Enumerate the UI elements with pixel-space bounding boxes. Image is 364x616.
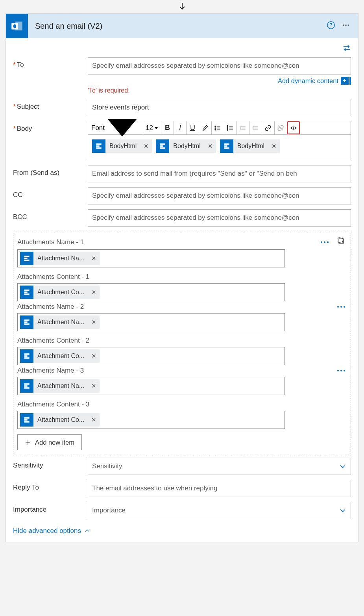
remove-token-icon[interactable]: ✕ xyxy=(88,319,100,326)
from-label: From (Send as) xyxy=(13,165,88,177)
flow-token-icon xyxy=(20,315,33,329)
flow-token-icon xyxy=(20,413,33,427)
sensitivity-select[interactable]: Sensitivity xyxy=(88,458,351,475)
bold-icon[interactable]: B xyxy=(161,121,174,134)
underline-icon[interactable]: U xyxy=(187,121,199,134)
svg-point-2 xyxy=(13,24,17,28)
bcc-input[interactable] xyxy=(88,209,351,226)
attachment-content-input[interactable]: Attachment Co...✕ xyxy=(17,347,285,365)
font-color-icon[interactable] xyxy=(199,121,212,134)
svg-rect-13 xyxy=(339,239,344,243)
attachment-name-input[interactable]: Attachment Na...✕ xyxy=(17,377,285,395)
numbered-list-icon[interactable]: 123 xyxy=(224,121,237,134)
code-view-icon[interactable] xyxy=(287,121,300,134)
token-text: Attachment Co... xyxy=(33,416,88,423)
swap-view-icon[interactable] xyxy=(342,45,351,53)
token-text: BodyHtml xyxy=(169,143,204,150)
token-text: Attachment Na... xyxy=(33,382,88,390)
remove-token-icon[interactable]: ✕ xyxy=(88,255,100,262)
attachment-name-header: Attachments Name - 3 xyxy=(17,365,347,376)
dynamic-token[interactable]: BodyHtml✕ xyxy=(220,139,280,153)
svg-point-4 xyxy=(343,24,344,26)
field-bcc: BCC xyxy=(13,209,351,226)
item-menu-icon[interactable] xyxy=(337,370,345,371)
attachment-name-header: Attachments Name - 1 xyxy=(17,236,347,249)
dynamic-token[interactable]: BodyHtml✕ xyxy=(156,139,216,153)
indent-icon[interactable] xyxy=(249,121,262,134)
reply-to-input[interactable] xyxy=(88,480,351,497)
attachment-content-header: Attachments Content - 2 xyxy=(17,335,347,346)
flow-token-icon xyxy=(220,139,233,153)
item-menu-icon[interactable] xyxy=(337,306,345,308)
reply-to-label: Reply To xyxy=(13,480,88,492)
importance-select[interactable]: Importance xyxy=(88,502,351,519)
item-menu-icon[interactable] xyxy=(321,241,329,243)
to-label: *To xyxy=(13,57,88,69)
subject-label: *Subject xyxy=(13,99,88,111)
body-editor: Font 12 B I U 123 xyxy=(88,121,351,160)
dynamic-token[interactable]: Attachment Co...✕ xyxy=(20,413,100,427)
remove-token-icon[interactable]: ✕ xyxy=(205,143,216,150)
field-to: *To Add dynamic content + 'To' is requir… xyxy=(13,57,351,94)
add-new-item-button[interactable]: Add new item xyxy=(17,434,82,450)
dynamic-token[interactable]: Attachment Co...✕ xyxy=(20,349,100,363)
field-importance: Importance Importance xyxy=(13,502,351,519)
hide-advanced-options[interactable]: Hide advanced options xyxy=(13,527,91,535)
help-icon[interactable] xyxy=(327,21,335,31)
dynamic-token[interactable]: BodyHtml✕ xyxy=(92,139,152,153)
attachment-name-header: Attachments Name - 2 xyxy=(17,301,347,312)
outdent-icon[interactable] xyxy=(237,121,249,134)
switch-array-icon[interactable] xyxy=(337,237,345,247)
attachment-content-header: Attachments Content - 1 xyxy=(17,271,347,282)
flow-token-icon xyxy=(20,252,33,265)
flow-token-icon xyxy=(20,379,33,393)
flow-token-icon xyxy=(20,286,33,299)
bullet-list-icon[interactable] xyxy=(212,121,224,134)
attachment-content-header: Attachments Content - 3 xyxy=(17,399,347,410)
dynamic-token[interactable]: Attachment Na...✕ xyxy=(20,379,100,393)
action-header[interactable]: Send an email (V2) xyxy=(6,14,358,38)
flow-arrow-connector xyxy=(0,0,364,13)
svg-rect-14 xyxy=(338,238,343,243)
to-input[interactable] xyxy=(88,57,351,74)
attachment-name-input[interactable]: Attachment Na...✕ xyxy=(17,249,285,267)
dynamic-token[interactable]: Attachment Na...✕ xyxy=(20,315,100,329)
token-text: Attachment Co... xyxy=(33,353,88,360)
svg-point-8 xyxy=(215,127,216,128)
remove-token-icon[interactable]: ✕ xyxy=(88,416,100,423)
attachment-content-input[interactable]: Attachment Co...✕ xyxy=(17,283,285,301)
action-title: Send an email (V2) xyxy=(28,22,327,31)
remove-token-icon[interactable]: ✕ xyxy=(88,353,100,360)
unlink-icon[interactable] xyxy=(275,121,287,134)
font-size-picker[interactable]: 12 xyxy=(143,121,161,134)
token-text: Attachment Na... xyxy=(33,255,88,262)
svg-text:3: 3 xyxy=(227,129,228,131)
cc-label: CC xyxy=(13,187,88,199)
font-picker[interactable]: Font xyxy=(88,121,143,134)
remove-token-icon[interactable]: ✕ xyxy=(88,289,100,296)
field-sensitivity: Sensitivity Sensitivity xyxy=(13,458,351,475)
attachment-content-input[interactable]: Attachment Co...✕ xyxy=(17,411,285,429)
bcc-label: BCC xyxy=(13,209,88,221)
attachment-name-input[interactable]: Attachment Na...✕ xyxy=(17,313,285,331)
more-icon[interactable] xyxy=(341,21,351,31)
add-dynamic-content-link[interactable]: Add dynamic content xyxy=(278,77,338,85)
add-dynamic-content-button[interactable]: + xyxy=(341,77,351,85)
dynamic-token[interactable]: Attachment Co...✕ xyxy=(20,286,100,299)
italic-icon[interactable]: I xyxy=(174,121,187,134)
remove-token-icon[interactable]: ✕ xyxy=(88,382,100,390)
dynamic-token[interactable]: Attachment Na...✕ xyxy=(20,252,100,265)
sensitivity-label: Sensitivity xyxy=(13,458,88,469)
flow-token-icon xyxy=(156,139,169,153)
cc-input[interactable] xyxy=(88,187,351,204)
svg-point-6 xyxy=(348,24,349,26)
action-card: Send an email (V2) *To Add dynamic xyxy=(6,13,358,542)
remove-token-icon[interactable]: ✕ xyxy=(140,143,152,150)
field-cc: CC xyxy=(13,187,351,204)
token-text: Attachment Co... xyxy=(33,289,88,296)
from-input[interactable] xyxy=(88,165,351,182)
link-icon[interactable] xyxy=(262,121,275,134)
remove-token-icon[interactable]: ✕ xyxy=(268,143,280,150)
token-text: Attachment Na... xyxy=(33,319,88,326)
importance-label: Importance xyxy=(13,502,88,514)
